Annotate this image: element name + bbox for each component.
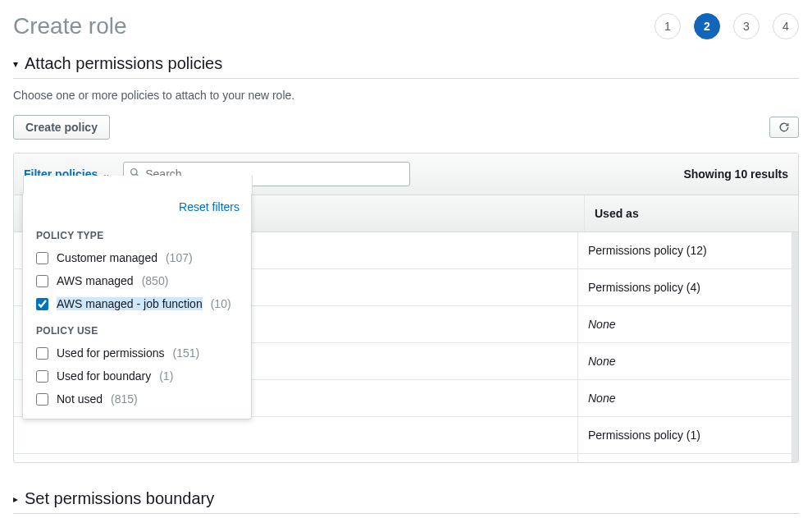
section-boundary-header[interactable]: Set permissions boundary — [13, 486, 799, 514]
svg-point-0 — [131, 169, 137, 175]
filter-option-label: AWS managed — [57, 274, 134, 287]
filter-option-count: (815) — [111, 392, 138, 406]
filter-checkbox[interactable] — [36, 370, 48, 383]
table-row[interactable]: Permissions policy (3) — [14, 454, 791, 462]
filter-option-label: Used for permissions — [57, 346, 165, 360]
filter-policies-dropdown: Reset filters POLICY TYPE Customer manag… — [22, 191, 252, 419]
table-row[interactable]: Permissions policy (1) — [14, 417, 791, 454]
filter-checkbox[interactable] — [36, 347, 48, 360]
filter-option-count: (107) — [166, 251, 193, 264]
col-used-as-header: Used as — [585, 195, 798, 231]
section-attach-header[interactable]: Attach permissions policies — [13, 51, 799, 79]
refresh-button[interactable] — [769, 117, 799, 138]
filter-option-count: (10) — [211, 297, 231, 310]
filter-bar: Filter policies ⌄ Showing 10 results Res… — [14, 154, 798, 195]
cell-used-as: Permissions policy (3) — [578, 454, 791, 462]
wizard-step-1[interactable]: 1 — [655, 13, 681, 39]
filter-option-aws-managed[interactable]: AWS managed (850) — [23, 269, 251, 292]
policies-panel: Filter policies ⌄ Showing 10 results Res… — [13, 153, 799, 463]
filter-checkbox[interactable] — [36, 275, 48, 287]
filter-option-label: Customer managed — [57, 251, 157, 264]
filter-option-count: (151) — [173, 346, 200, 360]
filter-checkbox[interactable] — [36, 298, 48, 310]
filter-option-not-used[interactable]: Not used (815) — [23, 387, 251, 410]
filter-option-used-for-permissions[interactable]: Used for permissions (151) — [23, 342, 251, 364]
filter-option-used-for-boundary[interactable]: Used for boundary (1) — [23, 364, 251, 387]
section-attach-title: Attach permissions policies — [25, 54, 222, 73]
filter-option-count: (850) — [142, 274, 169, 287]
reset-filters-link[interactable]: Reset filters — [23, 192, 251, 220]
wizard-step-2[interactable]: 2 — [694, 13, 720, 39]
filter-group-policy-use: POLICY USE — [23, 315, 251, 342]
cell-used-as: None — [578, 380, 791, 416]
filter-option-label: AWS managed - job function — [57, 297, 203, 310]
filter-option-customer-managed[interactable]: Customer managed (107) — [23, 246, 251, 269]
caret-right-icon — [13, 493, 18, 505]
filter-option-label: Not used — [57, 392, 103, 406]
cell-used-as: Permissions policy (4) — [578, 269, 791, 305]
wizard-step-3[interactable]: 3 — [733, 13, 760, 39]
cell-used-as: None — [578, 343, 791, 379]
cell-policy-name — [14, 417, 578, 453]
cell-used-as: None — [578, 306, 791, 342]
section-boundary-title: Set permissions boundary — [25, 489, 214, 508]
cell-used-as: Permissions policy (12) — [578, 232, 791, 268]
filter-checkbox[interactable] — [36, 393, 48, 406]
section-attach-description: Choose one or more policies to attach to… — [13, 89, 799, 102]
page-title: Create role — [13, 13, 127, 39]
cell-used-as: Permissions policy (1) — [578, 417, 791, 453]
create-policy-button[interactable]: Create policy — [13, 115, 110, 140]
filter-option-label: Used for boundary — [57, 369, 151, 383]
wizard-steps: 1234 — [655, 13, 799, 39]
filter-checkbox[interactable] — [36, 252, 48, 264]
refresh-icon — [778, 121, 790, 133]
results-count: Showing 10 results — [683, 167, 788, 181]
caret-down-icon — [13, 58, 18, 70]
filter-option-aws-managed-job-function[interactable]: AWS managed - job function (10) — [23, 292, 251, 315]
filter-group-policy-type: POLICY TYPE — [23, 220, 251, 246]
cell-policy-name — [14, 454, 578, 462]
wizard-step-4[interactable]: 4 — [773, 13, 799, 39]
filter-option-count: (1) — [159, 369, 173, 383]
